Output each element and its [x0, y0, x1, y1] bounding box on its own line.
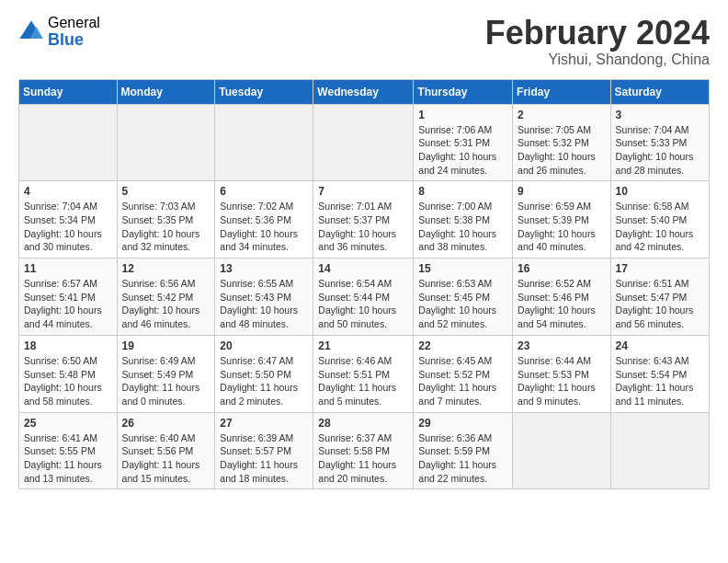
- logo-blue: Blue: [48, 31, 100, 50]
- day-detail: Sunrise: 6:59 AM Sunset: 5:39 PM Dayligh…: [518, 200, 606, 254]
- week-row-4: 18Sunrise: 6:50 AM Sunset: 5:48 PM Dayli…: [19, 335, 710, 412]
- day-number: 6: [220, 185, 308, 198]
- day-detail: Sunrise: 6:45 AM Sunset: 5:52 PM Dayligh…: [418, 354, 507, 408]
- day-number: 16: [518, 262, 606, 275]
- day-cell: 25Sunrise: 6:41 AM Sunset: 5:55 PM Dayli…: [19, 412, 118, 489]
- logo: General Blue: [18, 15, 100, 49]
- day-detail: Sunrise: 6:36 AM Sunset: 5:59 PM Dayligh…: [418, 431, 507, 486]
- header: General Blue February 2024 Yishui, Shand…: [18, 15, 710, 68]
- day-number: 14: [318, 262, 408, 275]
- day-cell: [610, 412, 709, 489]
- day-cell: 19Sunrise: 6:49 AM Sunset: 5:49 PM Dayli…: [117, 335, 215, 412]
- day-number: 23: [518, 339, 606, 352]
- day-detail: Sunrise: 6:44 AM Sunset: 5:53 PM Dayligh…: [518, 354, 606, 408]
- day-detail: Sunrise: 7:02 AM Sunset: 5:36 PM Dayligh…: [220, 200, 308, 254]
- day-cell: 2Sunrise: 7:05 AM Sunset: 5:32 PM Daylig…: [513, 104, 611, 181]
- day-number: 5: [122, 185, 210, 198]
- week-row-1: 1Sunrise: 7:06 AM Sunset: 5:31 PM Daylig…: [19, 104, 710, 181]
- day-cell: [313, 104, 414, 181]
- day-detail: Sunrise: 6:51 AM Sunset: 5:47 PM Dayligh…: [616, 277, 704, 331]
- day-number: 17: [616, 262, 704, 275]
- day-cell: 10Sunrise: 6:58 AM Sunset: 5:40 PM Dayli…: [610, 181, 709, 259]
- day-number: 29: [418, 417, 507, 430]
- day-number: 24: [616, 339, 704, 352]
- day-number: 2: [518, 109, 606, 121]
- day-detail: Sunrise: 6:52 AM Sunset: 5:46 PM Dayligh…: [518, 277, 606, 331]
- week-row-5: 25Sunrise: 6:41 AM Sunset: 5:55 PM Dayli…: [19, 412, 710, 489]
- day-detail: Sunrise: 6:37 AM Sunset: 5:58 PM Dayligh…: [318, 431, 408, 486]
- day-cell: 27Sunrise: 6:39 AM Sunset: 5:57 PM Dayli…: [215, 412, 313, 489]
- day-number: 7: [318, 185, 408, 198]
- day-number: 11: [24, 262, 112, 275]
- day-detail: Sunrise: 6:58 AM Sunset: 5:40 PM Dayligh…: [616, 200, 704, 254]
- day-detail: Sunrise: 6:41 AM Sunset: 5:55 PM Dayligh…: [24, 431, 112, 486]
- day-cell: 12Sunrise: 6:56 AM Sunset: 5:42 PM Dayli…: [117, 259, 215, 336]
- header-row: SundayMondayTuesdayWednesdayThursdayFrid…: [19, 79, 710, 104]
- col-header-thursday: Thursday: [414, 79, 513, 104]
- month-year-title: February 2024: [485, 15, 710, 52]
- day-number: 9: [518, 185, 606, 198]
- day-cell: [19, 104, 118, 181]
- day-cell: 22Sunrise: 6:45 AM Sunset: 5:52 PM Dayli…: [414, 335, 513, 412]
- day-detail: Sunrise: 6:53 AM Sunset: 5:45 PM Dayligh…: [418, 277, 507, 331]
- day-number: 18: [24, 339, 112, 352]
- week-row-3: 11Sunrise: 6:57 AM Sunset: 5:41 PM Dayli…: [19, 259, 710, 336]
- day-number: 22: [418, 339, 507, 352]
- day-detail: Sunrise: 7:04 AM Sunset: 5:33 PM Dayligh…: [616, 123, 704, 178]
- day-cell: [513, 412, 611, 489]
- day-detail: Sunrise: 6:43 AM Sunset: 5:54 PM Dayligh…: [616, 354, 704, 408]
- day-detail: Sunrise: 6:49 AM Sunset: 5:49 PM Dayligh…: [122, 354, 210, 408]
- day-number: 4: [24, 185, 112, 198]
- day-detail: Sunrise: 7:00 AM Sunset: 5:38 PM Dayligh…: [418, 200, 507, 254]
- day-cell: 16Sunrise: 6:52 AM Sunset: 5:46 PM Dayli…: [513, 259, 611, 336]
- day-number: 3: [616, 109, 704, 121]
- day-number: 20: [220, 339, 308, 352]
- day-cell: 18Sunrise: 6:50 AM Sunset: 5:48 PM Dayli…: [19, 335, 118, 412]
- day-cell: 26Sunrise: 6:40 AM Sunset: 5:56 PM Dayli…: [117, 412, 215, 489]
- day-cell: 8Sunrise: 7:00 AM Sunset: 5:38 PM Daylig…: [414, 181, 513, 259]
- day-detail: Sunrise: 6:46 AM Sunset: 5:51 PM Dayligh…: [318, 354, 408, 408]
- location-title: Yishui, Shandong, China: [485, 52, 710, 68]
- day-cell: 7Sunrise: 7:01 AM Sunset: 5:37 PM Daylig…: [313, 181, 414, 259]
- day-number: 28: [318, 417, 408, 430]
- day-cell: 24Sunrise: 6:43 AM Sunset: 5:54 PM Dayli…: [610, 335, 709, 412]
- day-number: 15: [418, 262, 507, 275]
- day-cell: 28Sunrise: 6:37 AM Sunset: 5:58 PM Dayli…: [313, 412, 414, 489]
- day-detail: Sunrise: 6:40 AM Sunset: 5:56 PM Dayligh…: [122, 431, 210, 486]
- calendar-table: SundayMondayTuesdayWednesdayThursdayFrid…: [18, 79, 710, 490]
- title-area: February 2024 Yishui, Shandong, China: [485, 15, 710, 68]
- day-number: 8: [418, 185, 507, 198]
- day-cell: 6Sunrise: 7:02 AM Sunset: 5:36 PM Daylig…: [215, 181, 313, 259]
- col-header-tuesday: Tuesday: [215, 79, 313, 104]
- col-header-monday: Monday: [117, 79, 215, 104]
- logo-general: General: [48, 15, 100, 31]
- day-cell: 20Sunrise: 6:47 AM Sunset: 5:50 PM Dayli…: [215, 335, 313, 412]
- day-cell: 29Sunrise: 6:36 AM Sunset: 5:59 PM Dayli…: [414, 412, 513, 489]
- day-detail: Sunrise: 6:54 AM Sunset: 5:44 PM Dayligh…: [318, 277, 408, 331]
- day-cell: 21Sunrise: 6:46 AM Sunset: 5:51 PM Dayli…: [313, 335, 414, 412]
- day-number: 1: [418, 109, 507, 121]
- day-number: 21: [318, 339, 408, 352]
- col-header-saturday: Saturday: [610, 79, 709, 104]
- day-cell: 17Sunrise: 6:51 AM Sunset: 5:47 PM Dayli…: [610, 259, 709, 336]
- day-number: 26: [122, 417, 210, 430]
- day-detail: Sunrise: 7:05 AM Sunset: 5:32 PM Dayligh…: [518, 123, 606, 178]
- day-number: 13: [220, 262, 308, 275]
- day-detail: Sunrise: 7:01 AM Sunset: 5:37 PM Dayligh…: [318, 200, 408, 254]
- day-cell: 3Sunrise: 7:04 AM Sunset: 5:33 PM Daylig…: [610, 104, 709, 181]
- day-number: 10: [616, 185, 704, 198]
- day-number: 27: [220, 417, 308, 430]
- day-detail: Sunrise: 6:39 AM Sunset: 5:57 PM Dayligh…: [220, 431, 308, 486]
- day-number: 19: [122, 339, 210, 352]
- day-cell: 15Sunrise: 6:53 AM Sunset: 5:45 PM Dayli…: [414, 259, 513, 336]
- day-cell: 5Sunrise: 7:03 AM Sunset: 5:35 PM Daylig…: [117, 181, 215, 259]
- day-cell: [215, 104, 313, 181]
- week-row-2: 4Sunrise: 7:04 AM Sunset: 5:34 PM Daylig…: [19, 181, 710, 259]
- day-cell: 9Sunrise: 6:59 AM Sunset: 5:39 PM Daylig…: [513, 181, 611, 259]
- day-cell: 1Sunrise: 7:06 AM Sunset: 5:31 PM Daylig…: [414, 104, 513, 181]
- day-cell: 23Sunrise: 6:44 AM Sunset: 5:53 PM Dayli…: [513, 335, 611, 412]
- logo-text: General Blue: [48, 15, 100, 49]
- day-detail: Sunrise: 6:56 AM Sunset: 5:42 PM Dayligh…: [122, 277, 210, 331]
- day-detail: Sunrise: 6:50 AM Sunset: 5:48 PM Dayligh…: [24, 354, 112, 408]
- day-detail: Sunrise: 7:03 AM Sunset: 5:35 PM Dayligh…: [122, 200, 210, 254]
